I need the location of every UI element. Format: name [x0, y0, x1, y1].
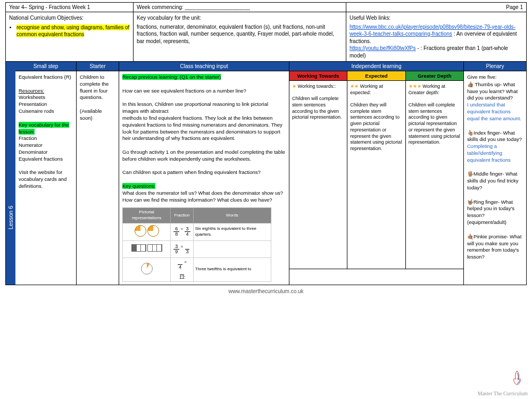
hand-icon: 🤙🏽	[467, 234, 473, 239]
th-pictorial: Pictorial representations	[123, 208, 171, 223]
wt-body: ★ Working towards:: Children will comple…	[289, 81, 347, 269]
body-smallstep: Equivalent fractions (R) Resources: Work…	[15, 71, 76, 285]
vocab-text: fractions, numerator, denominator, equiv…	[137, 23, 343, 45]
pie-icon	[141, 263, 153, 275]
step-name: Equivalent fractions (R)	[19, 74, 73, 81]
lesson-label: Lesson 6	[7, 206, 14, 230]
sub-ex: Expected	[347, 71, 405, 81]
week-commencing: Week commencing: ______________________	[134, 3, 346, 12]
lesson-plan-page: Year 4– Spring - Fractions Week 1 Week c…	[5, 2, 527, 297]
weblink-2[interactable]: https://youtu.be/fKi80lwXfPs	[350, 45, 416, 51]
index-ans: Completing a table/identifying equivalen…	[467, 143, 523, 163]
links-cell: Useful Web links: https://www.bbc.co.uk/…	[346, 12, 526, 61]
brand-text: Master The Curriculum	[478, 390, 528, 396]
pie-icon	[135, 225, 146, 237]
head-plenary: Plenary	[464, 62, 526, 71]
rect-icon	[147, 244, 162, 252]
p1: In this lesson, Children use proportiona…	[122, 101, 286, 115]
doc-title: Year 4– Spring - Fractions Week 1	[6, 3, 134, 12]
recap: Recap previous learning: (Q1 on the star…	[122, 74, 221, 80]
pinkie: Pinkie promise- What will you make sure …	[467, 234, 521, 260]
head-smallstep: Small step	[15, 62, 76, 71]
head-starter: Starter	[77, 62, 119, 71]
page-number: Page 1	[346, 3, 526, 12]
q1: How can we see equivalent fractions on a…	[122, 88, 286, 95]
sub-wt: Working Towards	[289, 71, 347, 81]
col-input: Class teaching input Recap previous lear…	[119, 62, 289, 285]
fraction-table: Pictorial representations Fraction Words…	[122, 207, 271, 281]
blank-row	[289, 269, 463, 285]
plenary-title: Give me five:	[467, 74, 523, 81]
head-indep: Independent learning	[289, 62, 463, 71]
kq-text: What does the numerator tell us? What do…	[122, 190, 286, 204]
pie-icon	[147, 225, 159, 237]
kq-head: Key questions:	[122, 183, 155, 189]
kv-list: Fraction Numerator Denominator Equivalen…	[19, 135, 73, 162]
info-row: National Curriculum Objectives: recognis…	[5, 12, 527, 62]
nco-title: National Curriculum Objectives:	[9, 14, 130, 22]
vocab-title: Key vocabulary for the unit:	[137, 14, 343, 22]
star-icon: ★★★	[409, 84, 421, 89]
main-grid: Lesson 6 Small step Equivalent fractions…	[5, 62, 527, 285]
head-input: Class teaching input	[119, 62, 289, 71]
th-words: Words	[193, 208, 271, 223]
starter-text: Children to complete the fluent in four …	[80, 74, 115, 101]
indep-subheads: Working Towards Expected Greater Depth	[289, 71, 463, 81]
gd-body: ★★★ Working at Greater depth: Children w…	[406, 81, 463, 269]
table-row: 68 = 34 Six eighths is equivalent to thr…	[123, 223, 271, 241]
visit-note: Visit the website for vocabulary cards a…	[19, 169, 73, 189]
hand-icon: 👆🏽	[467, 130, 473, 136]
resources: Worksheets Presentation Cuisenaire rods	[19, 94, 73, 114]
vocab-cell: Key vocabulary for the unit: fractions, …	[134, 12, 346, 61]
ring: Ring finger- What helped you in today's …	[467, 199, 514, 225]
body-starter: Children to complete the fluent in four …	[77, 71, 119, 285]
starter-avail: (Available soon)	[80, 108, 115, 122]
r3-words: Three twelfths is equivalent to	[193, 257, 271, 281]
hand-icon: 👍🏽	[467, 81, 473, 87]
kv-head: Key vocabulary for the lesson:	[19, 122, 69, 135]
wt-text: Children will complete stem sentences ac…	[292, 96, 342, 120]
resources-head: Resources:	[19, 88, 73, 95]
body-plenary: Give me five: 👍🏽 Thumbs up- What have yo…	[464, 71, 526, 285]
star-icon: ★★	[350, 84, 359, 89]
thumbs-ans: I understand that equivalent fractions e…	[467, 102, 523, 122]
header-bar: Year 4– Spring - Fractions Week 1 Week c…	[5, 2, 527, 12]
footer-url: www.masterthecurriculum.co.uk	[5, 285, 527, 297]
th-fraction: Fraction	[171, 208, 194, 223]
table-row: 4 = 12 Three twelfths is equivalent to	[123, 257, 271, 281]
nco-cell: National Curriculum Objectives: recognis…	[6, 12, 134, 61]
wt-label: Working towards::	[298, 84, 336, 89]
col-smallstep: Small step Equivalent fractions (R) Reso…	[15, 62, 77, 285]
rect-icon	[131, 244, 146, 252]
gd-text: Children will complete stem sentences ac…	[409, 102, 460, 145]
indep-body-row: ★ Working towards:: Children will comple…	[289, 81, 463, 269]
table-row: 39 = 3	[123, 240, 271, 257]
links-title: Useful Web links:	[350, 14, 523, 22]
hand-icon: 🤟🏽	[467, 199, 473, 205]
lesson-tab: Lesson 6	[6, 62, 15, 285]
col-starter: Starter Children to complete the fluent …	[77, 62, 119, 285]
q2: Can children spot a pattern when finding…	[122, 169, 286, 176]
ex-text: Children they will complete stem sentenc…	[350, 102, 402, 151]
p2: methods to find equivalent fractions. Th…	[122, 115, 286, 142]
sub-gd: Greater Depth	[406, 71, 463, 81]
middle: Middle finger- What skills did you find …	[467, 171, 519, 190]
nco-text: recognise and show, using diagrams, fami…	[16, 24, 129, 38]
body-input: Recap previous learning: (Q1 on the star…	[119, 71, 289, 285]
r1-words: Six eighths is equivalent to three quart…	[193, 223, 271, 241]
star-icon: ★	[292, 84, 296, 89]
ex-body: ★★ Working at expected: Children they wi…	[347, 81, 405, 269]
thumbs: Thumbs up- What have you learnt? What di…	[467, 81, 518, 101]
hand-icon: 🖐🏽	[467, 171, 473, 177]
col-plenary: Plenary Give me five: 👍🏽 Thumbs up- What…	[464, 62, 526, 285]
index: Index finger- What skills did you use to…	[467, 130, 522, 143]
col-independent: Independent learning Working Towards Exp…	[289, 62, 464, 285]
p3: Go through activity 1 on the presentatio…	[122, 149, 286, 163]
logo-flame-icon	[512, 370, 522, 386]
